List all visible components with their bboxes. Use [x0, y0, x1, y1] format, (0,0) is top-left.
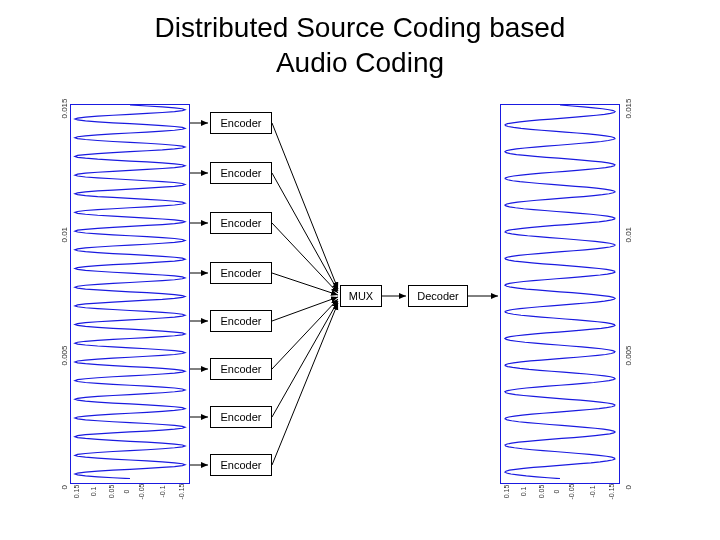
svg-line-14: [272, 301, 338, 417]
tick-label: 0.01: [60, 222, 69, 242]
tick-label: 0.01: [623, 222, 632, 242]
tick-label: 0.05: [538, 485, 545, 499]
output-wave-panel: [500, 104, 620, 484]
tick-label: 0.15: [503, 485, 510, 499]
svg-line-12: [272, 297, 338, 321]
right-axis-ticks: 0.15 0.1 0.05 0 -0.05 -0.1 -0.15: [500, 488, 620, 495]
encoder-label: Encoder: [221, 217, 262, 229]
diagram-canvas: 0.015 0.01 0.005 0 0.15 0.1 0.05 0 -0.05…: [30, 86, 690, 506]
tick-label: 0: [123, 490, 130, 494]
tick-label: -0.1: [589, 485, 596, 497]
decoder-label: Decoder: [417, 290, 459, 302]
encoder-label: Encoder: [221, 363, 262, 375]
encoder-label: Encoder: [221, 167, 262, 179]
svg-line-11: [272, 273, 338, 295]
encoder-block-1: Encoder: [210, 112, 272, 134]
encoder-block-7: Encoder: [210, 406, 272, 428]
title-line2: Audio Coding: [276, 47, 444, 78]
svg-line-9: [272, 173, 338, 291]
svg-line-8: [272, 123, 338, 289]
title-line1: Distributed Source Coding based: [155, 12, 566, 43]
encoder-block-4: Encoder: [210, 262, 272, 284]
tick-label: 0: [553, 490, 560, 494]
encoder-block-6: Encoder: [210, 358, 272, 380]
encoder-label: Encoder: [221, 411, 262, 423]
output-wave-svg: [501, 105, 619, 479]
tick-label: 0.15: [73, 485, 80, 499]
left-axis-ticks: 0.15 0.1 0.05 0 -0.05 -0.1 -0.15: [70, 488, 190, 495]
input-wave-svg: [71, 105, 189, 479]
tick-label: 0.005: [623, 346, 632, 366]
svg-line-13: [272, 299, 338, 369]
input-wave-panel: [70, 104, 190, 484]
tick-label: 0.05: [108, 485, 115, 499]
encoder-label: Encoder: [221, 315, 262, 327]
encoder-block-5: Encoder: [210, 310, 272, 332]
svg-line-10: [272, 223, 338, 293]
tick-label: -0.15: [178, 484, 185, 500]
tick-label: 0: [60, 469, 69, 489]
encoder-block-2: Encoder: [210, 162, 272, 184]
tick-label: 0.015: [60, 98, 69, 118]
svg-line-15: [272, 303, 338, 465]
tick-label: -0.15: [608, 484, 615, 500]
encoder-block-3: Encoder: [210, 212, 272, 234]
encoder-label: Encoder: [221, 459, 262, 471]
tick-label: -0.05: [139, 484, 146, 500]
tick-label: 0.015: [623, 98, 632, 118]
tick-label: 0.005: [60, 346, 69, 366]
right-side-ticks: 0.015 0.01 0.005 0: [618, 104, 638, 484]
tick-label: 0.1: [91, 487, 98, 497]
page-title: Distributed Source Coding based Audio Co…: [0, 0, 720, 86]
encoder-label: Encoder: [221, 117, 262, 129]
tick-label: 0: [623, 469, 632, 489]
tick-label: 0.1: [521, 487, 528, 497]
mux-label: MUX: [349, 290, 373, 302]
tick-label: -0.1: [159, 485, 166, 497]
encoder-block-8: Encoder: [210, 454, 272, 476]
mux-block: MUX: [340, 285, 382, 307]
encoder-label: Encoder: [221, 267, 262, 279]
decoder-block: Decoder: [408, 285, 468, 307]
tick-label: -0.05: [569, 484, 576, 500]
